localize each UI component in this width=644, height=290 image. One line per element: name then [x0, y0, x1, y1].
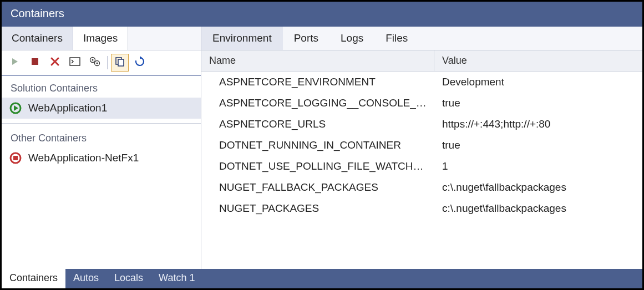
env-value: true — [434, 96, 642, 110]
left-pane: Containers Images — [2, 27, 201, 269]
env-value: Development — [434, 75, 642, 89]
svg-point-6 — [97, 62, 98, 64]
container-name: WebApplication1 — [28, 102, 107, 114]
copy-button[interactable] — [111, 54, 129, 72]
tab-containers[interactable]: Containers — [2, 27, 73, 50]
table-row[interactable]: ASPNETCORE_URLS https://+:443;http://+:8… — [201, 114, 642, 135]
terminal-icon — [69, 57, 80, 69]
table-row[interactable]: NUGET_FALLBACK_PACKAGES c:\.nuget\fallba… — [201, 177, 642, 198]
play-icon — [11, 57, 19, 69]
svg-rect-1 — [32, 58, 38, 65]
tab-logs[interactable]: Logs — [329, 27, 374, 50]
start-button[interactable] — [6, 54, 24, 72]
env-name: ASPNETCORE_LOGGING__CONSOLE__DISA... — [201, 96, 434, 110]
running-status-icon — [9, 102, 22, 114]
delete-icon — [50, 57, 60, 69]
env-grid-header: Name Value — [201, 50, 642, 72]
svg-rect-13 — [13, 156, 18, 160]
toolwin-tab-containers[interactable]: Containers — [2, 269, 65, 288]
table-row[interactable]: ASPNETCORE_ENVIRONMENT Development — [201, 72, 642, 93]
window-title: Containers — [2, 2, 642, 27]
open-terminal-button[interactable] — [66, 54, 84, 72]
env-name: DOTNET_RUNNING_IN_CONTAINER — [201, 138, 434, 152]
main-area: Containers Images — [2, 27, 642, 269]
env-name: NUGET_FALLBACK_PACKAGES — [201, 180, 434, 195]
svg-rect-8 — [118, 59, 124, 66]
env-name: NUGET_PACKAGES — [201, 201, 434, 216]
env-value: https://+:443;http://+:80 — [434, 117, 642, 131]
refresh-icon — [134, 56, 145, 70]
remove-button[interactable] — [46, 54, 64, 72]
refresh-button[interactable] — [131, 54, 149, 72]
svg-point-4 — [92, 59, 94, 60]
tab-environment[interactable]: Environment — [201, 27, 283, 50]
env-value: 1 — [434, 159, 642, 174]
env-name: DOTNET_USE_POLLING_FILE_WATCHER — [201, 159, 434, 174]
left-tabstrip: Containers Images — [2, 27, 201, 50]
svg-marker-11 — [14, 105, 18, 111]
toolbar-separator — [107, 56, 108, 69]
tab-ports[interactable]: Ports — [283, 27, 329, 50]
toolwin-tab-watch1[interactable]: Watch 1 — [151, 269, 202, 288]
compose-settings-button[interactable] — [86, 54, 104, 72]
env-name: ASPNETCORE_ENVIRONMENT — [201, 75, 434, 89]
tab-images[interactable]: Images — [73, 27, 128, 50]
detail-tabstrip: Environment Ports Logs Files — [201, 27, 642, 50]
tab-files[interactable]: Files — [374, 27, 419, 50]
solution-containers-label: Solution Containers — [2, 76, 201, 98]
containers-toolbar — [2, 50, 201, 76]
env-value: c:\.nuget\fallbackpackages — [434, 180, 642, 195]
copy-icon — [114, 56, 125, 70]
env-value: true — [434, 138, 642, 152]
section-divider — [2, 123, 201, 124]
table-row[interactable]: NUGET_PACKAGES c:\.nuget\fallbackpackage… — [201, 198, 642, 219]
table-row[interactable]: DOTNET_RUNNING_IN_CONTAINER true — [201, 135, 642, 156]
right-pane: Environment Ports Logs Files Name Value … — [201, 27, 642, 269]
container-item-webapplication1[interactable]: WebApplication1 — [2, 98, 201, 119]
stopped-status-icon — [9, 152, 22, 164]
table-row[interactable]: ASPNETCORE_LOGGING__CONSOLE__DISA... tru… — [201, 93, 642, 114]
table-row[interactable]: DOTNET_USE_POLLING_FILE_WATCHER 1 — [201, 156, 642, 177]
stop-icon — [31, 57, 39, 69]
other-containers-label: Other Containers — [2, 126, 201, 147]
env-name: ASPNETCORE_URLS — [201, 117, 434, 131]
toolwin-tab-autos[interactable]: Autos — [65, 269, 107, 288]
svg-marker-0 — [12, 58, 18, 65]
toolwin-tab-locals[interactable]: Locals — [107, 269, 151, 288]
env-grid-body: ASPNETCORE_ENVIRONMENT Development ASPNE… — [201, 72, 642, 269]
svg-rect-2 — [70, 58, 80, 65]
tool-window-tabstrip: Containers Autos Locals Watch 1 — [2, 269, 642, 288]
container-name: WebApplication-NetFx1 — [28, 152, 139, 164]
container-item-webapplication-netfx1[interactable]: WebApplication-NetFx1 — [2, 147, 201, 169]
stop-button[interactable] — [26, 54, 44, 72]
column-header-value[interactable]: Value — [434, 50, 642, 71]
column-header-name[interactable]: Name — [201, 50, 434, 71]
settings-gear-icon — [89, 57, 100, 69]
containers-tool-window: Containers Containers Images — [0, 0, 644, 290]
env-value: c:\.nuget\fallbackpackages — [434, 201, 642, 216]
